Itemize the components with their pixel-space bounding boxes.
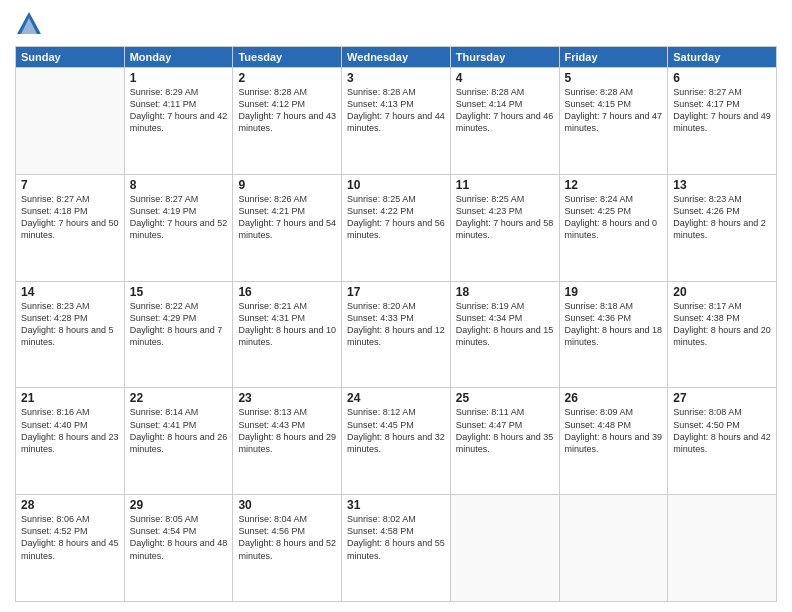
- day-number: 2: [238, 71, 336, 85]
- day-info: Sunrise: 8:09 AMSunset: 4:48 PMDaylight:…: [565, 406, 663, 455]
- day-number: 20: [673, 285, 771, 299]
- col-header-monday: Monday: [124, 47, 233, 68]
- day-info: Sunrise: 8:27 AMSunset: 4:19 PMDaylight:…: [130, 193, 228, 242]
- day-info: Sunrise: 8:29 AMSunset: 4:11 PMDaylight:…: [130, 86, 228, 135]
- day-number: 1: [130, 71, 228, 85]
- day-number: 24: [347, 391, 445, 405]
- week-row-0: 1Sunrise: 8:29 AMSunset: 4:11 PMDaylight…: [16, 68, 777, 175]
- day-number: 22: [130, 391, 228, 405]
- day-info: Sunrise: 8:14 AMSunset: 4:41 PMDaylight:…: [130, 406, 228, 455]
- day-number: 28: [21, 498, 119, 512]
- day-info: Sunrise: 8:21 AMSunset: 4:31 PMDaylight:…: [238, 300, 336, 349]
- day-info: Sunrise: 8:19 AMSunset: 4:34 PMDaylight:…: [456, 300, 554, 349]
- day-cell: 26Sunrise: 8:09 AMSunset: 4:48 PMDayligh…: [559, 388, 668, 495]
- day-cell: 15Sunrise: 8:22 AMSunset: 4:29 PMDayligh…: [124, 281, 233, 388]
- col-header-saturday: Saturday: [668, 47, 777, 68]
- day-cell: 30Sunrise: 8:04 AMSunset: 4:56 PMDayligh…: [233, 495, 342, 602]
- day-info: Sunrise: 8:18 AMSunset: 4:36 PMDaylight:…: [565, 300, 663, 349]
- day-cell: 8Sunrise: 8:27 AMSunset: 4:19 PMDaylight…: [124, 174, 233, 281]
- day-info: Sunrise: 8:11 AMSunset: 4:47 PMDaylight:…: [456, 406, 554, 455]
- logo: [15, 10, 47, 38]
- day-cell: 4Sunrise: 8:28 AMSunset: 4:14 PMDaylight…: [450, 68, 559, 175]
- day-info: Sunrise: 8:17 AMSunset: 4:38 PMDaylight:…: [673, 300, 771, 349]
- day-cell: 24Sunrise: 8:12 AMSunset: 4:45 PMDayligh…: [342, 388, 451, 495]
- week-row-3: 21Sunrise: 8:16 AMSunset: 4:40 PMDayligh…: [16, 388, 777, 495]
- day-number: 10: [347, 178, 445, 192]
- day-cell: 19Sunrise: 8:18 AMSunset: 4:36 PMDayligh…: [559, 281, 668, 388]
- header: [15, 10, 777, 38]
- day-info: Sunrise: 8:25 AMSunset: 4:22 PMDaylight:…: [347, 193, 445, 242]
- day-info: Sunrise: 8:23 AMSunset: 4:28 PMDaylight:…: [21, 300, 119, 349]
- day-cell: 18Sunrise: 8:19 AMSunset: 4:34 PMDayligh…: [450, 281, 559, 388]
- day-number: 30: [238, 498, 336, 512]
- day-cell: 16Sunrise: 8:21 AMSunset: 4:31 PMDayligh…: [233, 281, 342, 388]
- day-cell: 12Sunrise: 8:24 AMSunset: 4:25 PMDayligh…: [559, 174, 668, 281]
- calendar-table: SundayMondayTuesdayWednesdayThursdayFrid…: [15, 46, 777, 602]
- day-info: Sunrise: 8:27 AMSunset: 4:18 PMDaylight:…: [21, 193, 119, 242]
- day-cell: 6Sunrise: 8:27 AMSunset: 4:17 PMDaylight…: [668, 68, 777, 175]
- day-cell: 27Sunrise: 8:08 AMSunset: 4:50 PMDayligh…: [668, 388, 777, 495]
- day-cell: 25Sunrise: 8:11 AMSunset: 4:47 PMDayligh…: [450, 388, 559, 495]
- day-info: Sunrise: 8:12 AMSunset: 4:45 PMDaylight:…: [347, 406, 445, 455]
- day-info: Sunrise: 8:24 AMSunset: 4:25 PMDaylight:…: [565, 193, 663, 242]
- day-info: Sunrise: 8:20 AMSunset: 4:33 PMDaylight:…: [347, 300, 445, 349]
- day-number: 31: [347, 498, 445, 512]
- day-cell: 28Sunrise: 8:06 AMSunset: 4:52 PMDayligh…: [16, 495, 125, 602]
- day-cell: 29Sunrise: 8:05 AMSunset: 4:54 PMDayligh…: [124, 495, 233, 602]
- col-header-wednesday: Wednesday: [342, 47, 451, 68]
- day-number: 14: [21, 285, 119, 299]
- week-row-1: 7Sunrise: 8:27 AMSunset: 4:18 PMDaylight…: [16, 174, 777, 281]
- page: SundayMondayTuesdayWednesdayThursdayFrid…: [0, 0, 792, 612]
- day-info: Sunrise: 8:27 AMSunset: 4:17 PMDaylight:…: [673, 86, 771, 135]
- day-cell: 14Sunrise: 8:23 AMSunset: 4:28 PMDayligh…: [16, 281, 125, 388]
- logo-icon: [15, 10, 43, 38]
- day-number: 11: [456, 178, 554, 192]
- day-cell: 22Sunrise: 8:14 AMSunset: 4:41 PMDayligh…: [124, 388, 233, 495]
- day-cell: 7Sunrise: 8:27 AMSunset: 4:18 PMDaylight…: [16, 174, 125, 281]
- day-cell: 2Sunrise: 8:28 AMSunset: 4:12 PMDaylight…: [233, 68, 342, 175]
- day-info: Sunrise: 8:28 AMSunset: 4:13 PMDaylight:…: [347, 86, 445, 135]
- day-info: Sunrise: 8:08 AMSunset: 4:50 PMDaylight:…: [673, 406, 771, 455]
- day-cell: 11Sunrise: 8:25 AMSunset: 4:23 PMDayligh…: [450, 174, 559, 281]
- day-cell: 3Sunrise: 8:28 AMSunset: 4:13 PMDaylight…: [342, 68, 451, 175]
- day-number: 23: [238, 391, 336, 405]
- day-number: 25: [456, 391, 554, 405]
- day-cell: [16, 68, 125, 175]
- day-number: 27: [673, 391, 771, 405]
- day-info: Sunrise: 8:05 AMSunset: 4:54 PMDaylight:…: [130, 513, 228, 562]
- day-cell: 9Sunrise: 8:26 AMSunset: 4:21 PMDaylight…: [233, 174, 342, 281]
- day-info: Sunrise: 8:13 AMSunset: 4:43 PMDaylight:…: [238, 406, 336, 455]
- day-info: Sunrise: 8:28 AMSunset: 4:15 PMDaylight:…: [565, 86, 663, 135]
- day-info: Sunrise: 8:22 AMSunset: 4:29 PMDaylight:…: [130, 300, 228, 349]
- day-number: 5: [565, 71, 663, 85]
- day-number: 8: [130, 178, 228, 192]
- day-cell: [668, 495, 777, 602]
- day-info: Sunrise: 8:26 AMSunset: 4:21 PMDaylight:…: [238, 193, 336, 242]
- header-row: SundayMondayTuesdayWednesdayThursdayFrid…: [16, 47, 777, 68]
- day-cell: 10Sunrise: 8:25 AMSunset: 4:22 PMDayligh…: [342, 174, 451, 281]
- day-number: 7: [21, 178, 119, 192]
- col-header-friday: Friday: [559, 47, 668, 68]
- day-info: Sunrise: 8:23 AMSunset: 4:26 PMDaylight:…: [673, 193, 771, 242]
- day-number: 4: [456, 71, 554, 85]
- day-cell: 23Sunrise: 8:13 AMSunset: 4:43 PMDayligh…: [233, 388, 342, 495]
- day-number: 17: [347, 285, 445, 299]
- day-number: 3: [347, 71, 445, 85]
- day-cell: [559, 495, 668, 602]
- day-cell: 21Sunrise: 8:16 AMSunset: 4:40 PMDayligh…: [16, 388, 125, 495]
- day-info: Sunrise: 8:04 AMSunset: 4:56 PMDaylight:…: [238, 513, 336, 562]
- day-number: 19: [565, 285, 663, 299]
- day-number: 29: [130, 498, 228, 512]
- day-cell: [450, 495, 559, 602]
- week-row-2: 14Sunrise: 8:23 AMSunset: 4:28 PMDayligh…: [16, 281, 777, 388]
- day-number: 6: [673, 71, 771, 85]
- day-number: 12: [565, 178, 663, 192]
- day-cell: 17Sunrise: 8:20 AMSunset: 4:33 PMDayligh…: [342, 281, 451, 388]
- day-number: 16: [238, 285, 336, 299]
- day-info: Sunrise: 8:28 AMSunset: 4:14 PMDaylight:…: [456, 86, 554, 135]
- day-number: 18: [456, 285, 554, 299]
- day-cell: 1Sunrise: 8:29 AMSunset: 4:11 PMDaylight…: [124, 68, 233, 175]
- day-cell: 13Sunrise: 8:23 AMSunset: 4:26 PMDayligh…: [668, 174, 777, 281]
- day-cell: 31Sunrise: 8:02 AMSunset: 4:58 PMDayligh…: [342, 495, 451, 602]
- col-header-tuesday: Tuesday: [233, 47, 342, 68]
